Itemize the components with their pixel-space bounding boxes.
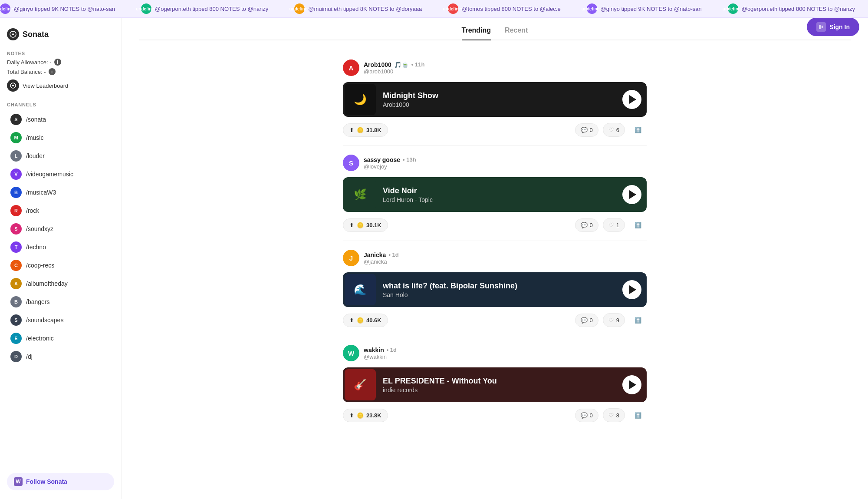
- share-icon: ⬆️: [635, 412, 641, 419]
- channel-label: /musicaW3: [26, 189, 56, 196]
- post-user-info: Janicka • 1d @janicka: [364, 251, 399, 265]
- play-button[interactable]: [622, 280, 641, 299]
- total-balance-info-icon[interactable]: i: [49, 68, 56, 75]
- heart-icon: ♡: [608, 317, 614, 324]
- ticker-item: undefined @muimui.eth tipped 8K NOTES to…: [294, 3, 422, 14]
- track-card: 🎸 EL PRESIDENTE - Without You indie reco…: [343, 367, 647, 402]
- tip-button[interactable]: ⬆ 🪙 31.8K: [343, 123, 388, 137]
- sidebar-logo[interactable]: Sonata: [7, 26, 114, 42]
- tip-button[interactable]: ⬆ 🪙 30.1K: [343, 218, 388, 232]
- heart-icon: ♡: [608, 412, 614, 419]
- sidebar-item-sonata[interactable]: S /sonata: [7, 111, 114, 128]
- like-button[interactable]: ♡ 6: [603, 123, 625, 137]
- sidebar-item-music[interactable]: M /music: [7, 129, 114, 146]
- channel-label: /dj: [26, 353, 33, 360]
- ticker-avatar: undefined: [294, 3, 305, 14]
- ticker-avatar: undefined: [141, 3, 151, 14]
- comment-count: 0: [590, 412, 593, 419]
- play-icon: [629, 190, 636, 199]
- track-thumbnail: 🌿: [345, 179, 376, 210]
- daily-allowance-info-icon[interactable]: i: [54, 59, 61, 66]
- sign-in-button[interactable]: Sign In: [807, 18, 859, 36]
- sidebar-item-bangers[interactable]: B /bangers: [7, 293, 114, 311]
- play-button[interactable]: [622, 375, 641, 394]
- sidebar-item-techno[interactable]: T /techno: [7, 238, 114, 256]
- ticker-item: undefined @ogerpon.eth tipped 800 NOTES …: [141, 3, 268, 14]
- channel-avatar: B: [10, 296, 22, 307]
- sidebar-item-coop-recs[interactable]: C /coop-recs: [7, 257, 114, 274]
- feed: A Arob1000 🎵🍵 • 11h @arob1000 🌙 Midnight…: [343, 51, 647, 431]
- track-info: Vide Noir Lord Huron - Topic: [383, 186, 615, 203]
- app-layout: Sonata NOTES Daily Allowance: - i Total …: [0, 18, 868, 499]
- comment-button[interactable]: 💬 0: [575, 218, 598, 232]
- post-avatar: W: [343, 345, 359, 361]
- post-username-text: Janicka: [364, 251, 386, 258]
- tab-recent[interactable]: Recent: [505, 26, 528, 40]
- play-icon: [629, 95, 636, 104]
- post-username: Janicka • 1d: [364, 251, 399, 258]
- notes-icon: 🪙: [357, 412, 364, 419]
- sign-in-label: Sign In: [829, 23, 850, 30]
- sidebar-item-louder[interactable]: L /louder: [7, 147, 114, 165]
- ticker-item: undefined @ginyo tipped 9K NOTES to @nat…: [0, 3, 115, 14]
- share-button[interactable]: ⬆️: [629, 314, 647, 327]
- channel-avatar: B: [10, 187, 22, 198]
- post-username-text: wakkin: [364, 347, 384, 354]
- tip-button[interactable]: ⬆ 🪙 40.6K: [343, 314, 388, 327]
- comment-button[interactable]: 💬 0: [575, 314, 598, 327]
- sidebar-item-electronic[interactable]: E /electronic: [7, 330, 114, 347]
- play-button[interactable]: [622, 90, 641, 109]
- leaderboard-icon: [7, 79, 19, 92]
- channels-section: Channels S /sonata M /music L /louder V …: [7, 100, 114, 365]
- comment-count: 0: [590, 222, 593, 228]
- upvote-icon: ⬆: [349, 317, 354, 324]
- share-button[interactable]: ⬆️: [629, 219, 647, 231]
- play-button[interactable]: [622, 185, 641, 204]
- share-icon: ⬆️: [635, 317, 641, 324]
- sidebar-item-dj[interactable]: D /dj: [7, 348, 114, 365]
- sidebar-item-videogamemusic[interactable]: V /videogamemusic: [7, 165, 114, 183]
- post-username-text: Arob1000: [364, 61, 391, 68]
- post-actions: ⬆ 🪙 30.1K 💬 0 ♡ 1 ⬆️: [343, 218, 647, 232]
- channel-label: /soundxyz: [26, 225, 53, 232]
- sidebar-item-albumoftheday[interactable]: A /albumoftheday: [7, 275, 114, 292]
- comment-icon: 💬: [581, 412, 588, 419]
- comment-count: 0: [590, 317, 593, 324]
- like-button[interactable]: ♡ 8: [603, 408, 625, 422]
- comment-button[interactable]: 💬 0: [575, 123, 598, 137]
- comment-button[interactable]: 💬 0: [575, 409, 598, 422]
- channels-section-label: Channels: [7, 102, 114, 107]
- share-icon: ⬆️: [635, 127, 641, 133]
- track-info: what is life? (feat. Bipolar Sunshine) S…: [383, 281, 615, 298]
- track-info: Midnight Show Arob1000: [383, 91, 615, 108]
- tab-trending[interactable]: Trending: [462, 26, 491, 40]
- post-header: W wakkin • 1d @wakkin: [343, 345, 647, 361]
- sidebar-item-soundscapes[interactable]: S /soundscapes: [7, 311, 114, 329]
- view-leaderboard[interactable]: View Leaderboard: [7, 78, 114, 93]
- like-button[interactable]: ♡ 9: [603, 313, 625, 327]
- share-button[interactable]: ⬆️: [629, 409, 647, 422]
- sidebar: Sonata NOTES Daily Allowance: - i Total …: [0, 18, 122, 499]
- channel-avatar: T: [10, 241, 22, 253]
- post-header: J Janicka • 1d @janicka: [343, 250, 647, 266]
- post-username-text: sassy goose: [364, 156, 400, 163]
- total-balance: Total Balance: - i: [7, 68, 114, 75]
- play-icon: [629, 285, 636, 294]
- tip-button[interactable]: ⬆ 🪙 23.8K: [343, 409, 388, 422]
- sidebar-item-rock[interactable]: R /rock: [7, 202, 114, 219]
- comment-icon: 💬: [581, 127, 588, 133]
- post-time: • 11h: [411, 61, 425, 68]
- play-icon: [629, 380, 636, 389]
- post-actions: ⬆ 🪙 31.8K 💬 0 ♡ 6 ⬆️: [343, 123, 647, 137]
- sidebar-item-soundxyz[interactable]: S /soundxyz: [7, 220, 114, 238]
- notes-section-label: NOTES: [7, 51, 114, 56]
- ticker-text: @ginyo tipped 9K NOTES to @nato-san: [601, 6, 702, 12]
- upvote-icon: ⬆: [349, 127, 354, 133]
- follow-sonata-button[interactable]: W Follow Sonata: [7, 473, 114, 490]
- share-button[interactable]: ⬆️: [629, 124, 647, 136]
- like-count: 1: [616, 222, 619, 228]
- post-handle: @lovejoy: [364, 163, 416, 170]
- post-handle: @janicka: [364, 258, 399, 265]
- sidebar-item-musicaW3[interactable]: B /musicaW3: [7, 184, 114, 201]
- like-button[interactable]: ♡ 1: [603, 218, 625, 232]
